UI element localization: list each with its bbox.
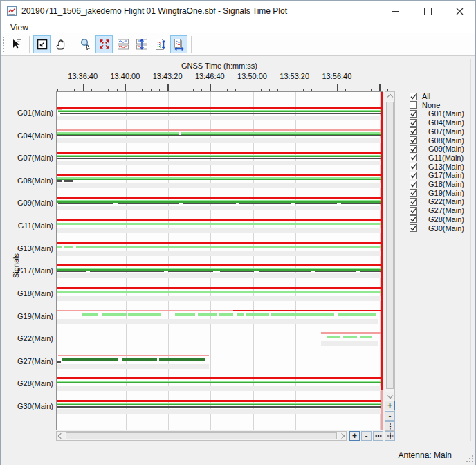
fit-time-span-button[interactable] (170, 35, 187, 53)
fit-horizontal-button[interactable] (373, 431, 383, 441)
fit-all-button[interactable] (385, 431, 395, 441)
vertical-zoom-button[interactable] (133, 35, 150, 53)
legend-item-g04-main-[interactable]: G04(Main) (410, 118, 464, 127)
zoom-rectangle-tool-button[interactable] (33, 35, 51, 53)
check-icon (410, 208, 416, 214)
legend-item-g11-main-[interactable]: G11(Main) (410, 153, 464, 162)
resize-grip[interactable] (466, 453, 474, 465)
legend-item-g09-main-[interactable]: G09(Main) (410, 145, 464, 154)
chevron-up-icon (387, 93, 392, 99)
legend-item-g01-main-[interactable]: G01(Main) (410, 109, 464, 118)
scroll-up-button[interactable] (385, 92, 394, 101)
close-button[interactable] (443, 1, 475, 21)
legend-item-none[interactable]: None (410, 100, 440, 109)
y-axis-label: G17(Main) (10, 266, 53, 275)
checkbox-checked[interactable] (410, 207, 417, 215)
zoom-rectangle-tool-icon (35, 37, 49, 51)
legend-item-g30-main-[interactable]: G30(Main) (410, 224, 464, 232)
major-tick (167, 84, 168, 91)
chevron-down-icon (387, 393, 392, 399)
tiled-plots-view-button[interactable] (114, 35, 131, 53)
legend-item-g18-main-[interactable]: G18(Main) (410, 180, 464, 189)
legend-item-g28-main-[interactable]: G28(Main) (410, 215, 464, 224)
zoom-in-horizontal-button[interactable]: + (349, 431, 360, 441)
checkbox-checked[interactable] (410, 154, 417, 161)
fit-horizontal-icon (375, 432, 382, 439)
menu-view[interactable]: View (8, 22, 31, 33)
check-icon (410, 190, 416, 196)
zoom-out-horizontal-button[interactable]: - (361, 431, 372, 441)
vertical-scrollbar[interactable] (385, 91, 395, 431)
checkbox-checked[interactable] (410, 136, 417, 144)
fit-vertical-scale-button[interactable] (152, 35, 169, 53)
scroll-down-button[interactable] (385, 392, 394, 400)
checkbox-checked[interactable] (410, 119, 417, 127)
horizontal-scroll-thumb[interactable] (66, 432, 337, 439)
maximize-button[interactable] (412, 1, 443, 21)
legend-label: G17(Main) (428, 171, 464, 179)
y-axis-label: G08(Main) (10, 176, 53, 185)
legend-item-g08-main-[interactable]: G08(Main) (410, 136, 464, 145)
select-tool-icon (10, 37, 24, 51)
fit-vertical-button[interactable] (385, 421, 395, 430)
checkbox-checked[interactable] (410, 145, 417, 153)
y-axis-label: G07(Main) (10, 154, 53, 162)
close-icon (456, 8, 464, 15)
checkbox-checked[interactable] (410, 198, 417, 206)
x-axis-ticks (56, 82, 396, 91)
legend-item-g17-main-[interactable]: G17(Main) (410, 171, 464, 180)
checkbox-checked[interactable] (410, 224, 417, 232)
toolbar-drag-handle[interactable] (2, 36, 6, 53)
legend-item-g27-main-[interactable]: G27(Main) (410, 206, 464, 215)
legend-item-g07-main-[interactable]: G07(Main) (410, 127, 464, 136)
app-icon (6, 6, 17, 17)
antenna-status: Antenna: Main (399, 450, 452, 460)
checkbox-checked[interactable] (410, 181, 417, 188)
legend-item-all[interactable]: All (410, 92, 430, 101)
legend-item-g13-main-[interactable]: G13(Main) (410, 162, 464, 171)
vertical-scroll-thumb[interactable] (386, 102, 394, 389)
minimize-icon (392, 11, 399, 12)
checkbox-checked[interactable] (410, 127, 417, 135)
major-tick (125, 84, 126, 91)
signal-row (57, 92, 383, 430)
check-icon (410, 172, 416, 179)
y-axis-label: G11(Main) (10, 221, 53, 230)
checkbox-checked[interactable] (410, 110, 417, 118)
zoom-out-vertical-button[interactable]: - (385, 411, 395, 421)
major-tick (295, 84, 295, 91)
y-axis-label: G22(Main) (10, 334, 53, 343)
select-tool-button[interactable] (8, 35, 26, 53)
checkbox-unchecked[interactable] (410, 101, 417, 109)
resize-grip-icon (466, 455, 474, 463)
window-title: 20190711_1506_jakedemo Flight 01 Wingtra… (21, 6, 287, 16)
check-icon (410, 146, 416, 152)
scroll-right-button[interactable] (338, 432, 346, 440)
zoom-pointer-tool-button[interactable] (77, 35, 94, 53)
horizontal-scrollbar[interactable] (56, 431, 347, 441)
scroll-left-button[interactable] (57, 432, 65, 440)
checkbox-checked[interactable] (410, 163, 417, 170)
minimize-button[interactable] (380, 1, 412, 21)
legend-item-g22-main-[interactable]: G22(Main) (410, 197, 464, 206)
fit-time-span-icon (172, 37, 186, 51)
x-tick-label: 13:50:00 (237, 72, 267, 80)
zoom-in-vertical-button[interactable]: + (385, 401, 395, 410)
pan-tool-button[interactable] (52, 35, 69, 53)
checkbox-checked[interactable] (410, 189, 417, 197)
status-bar: Antenna: Main (1, 445, 475, 465)
tiled-plots-view-icon (116, 37, 130, 51)
checkbox-checked[interactable] (410, 215, 417, 223)
menu-bar: View (1, 21, 475, 33)
legend-label: G22(Main) (428, 197, 464, 206)
x-tick-label: 13:46:40 (195, 72, 225, 80)
chevron-right-icon (339, 433, 345, 439)
fit-to-window-button[interactable] (95, 35, 113, 53)
fit-vertical-icon (387, 423, 394, 430)
checkbox-checked[interactable] (410, 172, 417, 179)
vertical-zoom-icon (135, 37, 149, 51)
x-tick-label: 13:36:40 (68, 72, 98, 80)
checkbox-checked[interactable] (410, 93, 417, 100)
plot-area[interactable] (56, 91, 383, 430)
legend-item-g19-main-[interactable]: G19(Main) (410, 188, 464, 197)
